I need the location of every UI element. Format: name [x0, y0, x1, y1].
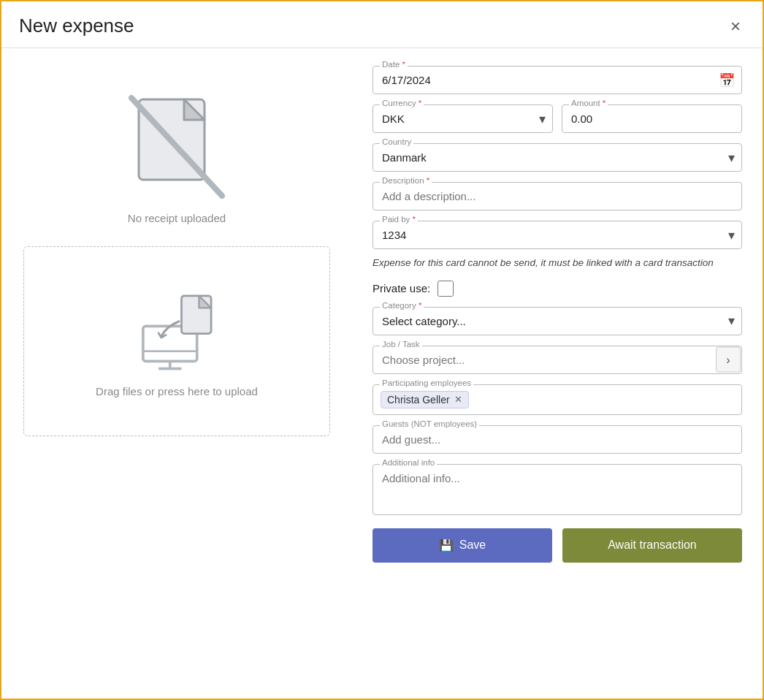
country-select[interactable]: Danmark	[373, 143, 742, 172]
amount-input[interactable]	[562, 104, 742, 133]
save-button[interactable]: 💾 Save	[373, 528, 552, 563]
participating-field-group: Participating employees Christa Geller ✕	[373, 384, 742, 415]
date-wrapper: 📅	[373, 66, 742, 94]
close-button[interactable]: ×	[726, 16, 745, 37]
guests-input[interactable]	[373, 425, 742, 454]
private-use-label: Private use:	[373, 282, 430, 294]
tag-container[interactable]: Christa Geller ✕	[373, 384, 742, 415]
guests-field-group: Guests (NOT employees)	[373, 425, 742, 454]
no-receipt-text: No receipt uploaded	[128, 212, 226, 224]
description-input[interactable]	[373, 182, 742, 210]
date-field-group: Date * 📅	[373, 66, 742, 94]
description-field-group: Description *	[373, 182, 742, 210]
category-field-group: Category * Select category... ▾	[373, 307, 742, 335]
job-task-label: Job / Task	[380, 340, 422, 349]
additional-label: Additional info	[380, 458, 437, 467]
additional-textarea[interactable]	[373, 464, 742, 515]
paid-by-select-wrapper: 1234 ▾	[373, 221, 742, 249]
employee-tag-remove[interactable]: ✕	[454, 395, 462, 404]
right-panel: Date * 📅 Currency * DKK	[352, 48, 763, 699]
date-label: Date *	[380, 60, 408, 69]
no-receipt-icon	[118, 85, 235, 202]
country-select-wrapper: Danmark ▾	[373, 143, 742, 172]
category-select[interactable]: Select category...	[373, 307, 742, 335]
country-field-group: Country Danmark ▾	[373, 143, 742, 172]
no-receipt-area: No receipt uploaded	[118, 85, 235, 224]
upload-icon	[133, 286, 221, 373]
additional-field-group: Additional info	[373, 464, 742, 515]
amount-field-group: Amount *	[562, 104, 742, 133]
upload-text: Drag files or press here to upload	[96, 385, 258, 397]
job-task-input[interactable]	[373, 346, 742, 374]
paid-by-label: Paid by *	[380, 215, 418, 224]
modal-title: New expense	[19, 15, 134, 37]
await-transaction-button[interactable]: Await transaction	[562, 528, 742, 563]
buttons-row: 💾 Save Await transaction	[373, 528, 742, 563]
svg-rect-6	[181, 295, 211, 333]
currency-field-group: Currency * DKK ▾	[373, 104, 553, 133]
description-label: Description *	[380, 176, 432, 185]
job-task-arrow-button[interactable]: ›	[716, 347, 741, 373]
currency-select[interactable]: DKK	[373, 104, 553, 133]
date-input[interactable]	[373, 66, 742, 94]
card-warning-text: Expense for this card cannot be send, it…	[373, 256, 742, 270]
job-task-wrapper: ›	[373, 346, 742, 374]
paid-by-field-group: Paid by * 1234 ▾	[373, 221, 742, 249]
private-use-checkbox[interactable]	[438, 281, 454, 297]
upload-area[interactable]: Drag files or press here to upload	[23, 246, 330, 436]
amount-label: Amount *	[569, 99, 608, 107]
private-use-row: Private use:	[373, 281, 742, 297]
participating-label: Participating employees	[380, 378, 473, 387]
job-task-field-group: Job / Task ›	[373, 346, 742, 374]
currency-label: Currency *	[380, 99, 424, 107]
save-icon: 💾	[439, 539, 454, 552]
currency-amount-row: Currency * DKK ▾ Amount *	[373, 104, 742, 133]
modal-container: New expense × No receipt uploaded	[0, 0, 764, 700]
left-panel: No receipt uploaded Drag files	[1, 48, 352, 699]
modal-body: No receipt uploaded Drag files	[1, 48, 763, 699]
currency-select-wrapper: DKK ▾	[373, 104, 553, 133]
country-label: Country	[380, 137, 413, 146]
category-select-wrapper: Select category... ▾	[373, 307, 742, 335]
modal-header: New expense ×	[1, 1, 763, 48]
guests-label: Guests (NOT employees)	[380, 419, 479, 428]
employee-tag: Christa Geller ✕	[381, 391, 469, 408]
category-label: Category *	[380, 301, 424, 310]
employee-tag-name: Christa Geller	[387, 394, 450, 406]
paid-by-select[interactable]: 1234	[373, 221, 742, 249]
